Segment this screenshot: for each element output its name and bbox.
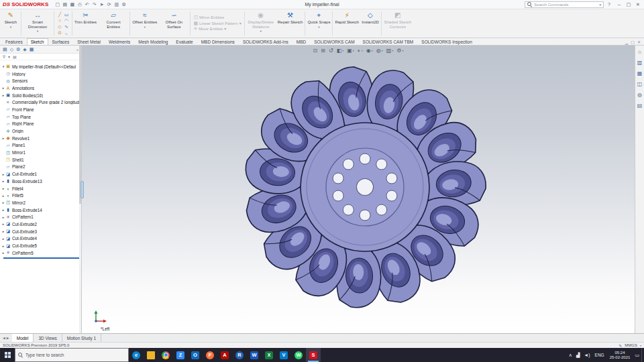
section-view-dropdown-icon[interactable]: ▾ — [342, 49, 343, 52]
feature-tree-item-fillet5[interactable]: ▸◖Fillet5 — [0, 192, 81, 199]
tab-solidworks-cam-tbm[interactable]: SOLIDWORKS CAM TBM — [359, 38, 418, 45]
offset-on-surface-button[interactable]: ∽ Offset On Surface — [158, 10, 189, 37]
tab-sketch[interactable]: Sketch — [27, 38, 48, 45]
move-entities-dropdown-icon[interactable]: ▾ — [224, 27, 226, 32]
feature-tree-item-my-impeller-final-default-defaul[interactable]: ▾▣My impeller-final (Default<<Defaul — [0, 63, 81, 70]
feature-tree-item-cirpattern5[interactable]: ▸✳CirPattern5 — [0, 249, 81, 257]
excel-taskbar-button[interactable]: X — [262, 348, 276, 362]
close-button[interactable]: ✕ — [633, 1, 643, 9]
sketch-dropdown-icon[interactable]: ▼ — [9, 25, 12, 29]
network-icon[interactable]: ▟ — [574, 353, 582, 358]
propertymanager-tab-icon[interactable]: ◇ — [10, 47, 13, 52]
corner-rectangle-tool-icon[interactable]: ▭ — [63, 11, 70, 17]
select-icon[interactable]: ➤ — [99, 1, 105, 8]
taskbar-clock[interactable]: 05:24 25-02-2021 — [607, 351, 633, 360]
file-explorer-taskbar-button[interactable] — [144, 348, 158, 362]
shaded-sketch-contours-button[interactable]: ◩ Shaded Sketch Contours — [382, 10, 413, 37]
display-delete-dropdown-icon[interactable]: ▼ — [260, 29, 262, 33]
featuremanager-tab-icon[interactable]: ▤ — [3, 47, 7, 52]
action-center-icon[interactable]: ▭ — [633, 353, 641, 358]
solidworks-taskbar-button[interactable]: S — [306, 348, 321, 362]
offset-entities-button[interactable]: ≈ Offset Entities ▼ — [131, 10, 158, 37]
graphics-viewport[interactable]: ⊡⊞↺◧▾▣▾◐▾◉▾◍▾▨▾⚙▾ *Left — [82, 46, 635, 333]
feature-tree-item-cut-extrude1[interactable]: ▸◪Cut-Extrude1 — [0, 170, 81, 178]
undo-icon[interactable]: ↶ — [84, 1, 90, 8]
options-icon[interactable]: ⚙ — [121, 1, 127, 8]
configurationmanager-tab-icon[interactable]: ⚙ — [16, 47, 20, 52]
whatsapp-taskbar-button[interactable]: W — [291, 348, 306, 362]
polygon-tool-icon[interactable]: ◇ — [56, 23, 63, 29]
sketch-fillet-tool-icon[interactable]: ◟ — [63, 29, 70, 36]
redo-icon[interactable]: ↷ — [91, 1, 97, 8]
save-icon[interactable]: ▦ — [69, 1, 75, 8]
feature-tree-item-fillet4[interactable]: ▸◖Fillet4 — [0, 185, 81, 192]
spline-tool-icon[interactable]: ∿ — [63, 23, 70, 29]
impeller-drawing[interactable] — [231, 53, 499, 321]
outlook-taskbar-button[interactable]: O — [188, 348, 203, 362]
offset-entities-dropdown-icon[interactable]: ▼ — [144, 25, 146, 29]
hide-show-items-dropdown-icon[interactable]: ▾ — [372, 49, 373, 52]
display-style-dropdown-icon[interactable]: ▾ — [362, 49, 363, 52]
rstudio-taskbar-button[interactable]: R — [232, 348, 247, 362]
vscode-taskbar-button[interactable]: V — [276, 348, 291, 362]
feature-tree-item-shell1[interactable]: ◳Shell1 — [0, 156, 81, 164]
tab-model[interactable]: Model — [12, 334, 34, 342]
feature-tree-item-plane2[interactable]: ▱Plane2 — [0, 164, 81, 171]
feature-tree-item-annotations[interactable]: ▸AAnnotations — [0, 84, 81, 92]
feature-tree-item-mirror1[interactable]: ◫Mirror1 — [0, 149, 81, 156]
feature-tree-item-solid-bodies-16[interactable]: ▸▣Solid Bodies(16) — [0, 92, 81, 99]
doc-restore-button[interactable]: ▢ — [631, 40, 635, 44]
file-explorer-pane-icon[interactable]: ▦ — [637, 70, 643, 76]
feature-tree-item-revolve1[interactable]: ▸◉Revolve1 — [0, 135, 81, 142]
feature-tree-item-sensors[interactable]: ◎Sensors — [0, 77, 81, 84]
feature-tree-item-cut-extrude2[interactable]: ▸◪Cut-Extrude2 — [0, 221, 81, 228]
centerpoint-arc-tool-icon[interactable]: ◠ — [63, 17, 70, 23]
units-badge[interactable]: MMGS — [625, 343, 637, 347]
show-desktop-button[interactable] — [641, 348, 644, 362]
feature-tree-item-mirror2[interactable]: ▸◫Mirror2 — [0, 199, 81, 206]
panel-flyout-icon[interactable]: » — [76, 48, 78, 52]
tab-weldments[interactable]: Weldments — [105, 38, 134, 45]
view-orientation-dropdown-icon[interactable]: ▾ — [353, 49, 354, 52]
zoom-taskbar-button[interactable]: Z — [173, 348, 188, 362]
open-file-icon[interactable]: ▤ — [62, 1, 68, 8]
view-settings-dropdown-icon[interactable]: ▾ — [402, 49, 403, 52]
chrome-taskbar-button[interactable] — [158, 348, 173, 362]
instant2d-button[interactable]: ◇ Instant2D — [360, 10, 380, 37]
feature-tree-item-plane1[interactable]: ▱Plane1 — [0, 142, 81, 149]
feature-tree-item-front-plane[interactable]: ▱Front Plane — [0, 106, 81, 113]
minimize-button[interactable]: – — [614, 1, 624, 9]
tab-features[interactable]: Features — [1, 38, 27, 45]
tab-solidworks-inspection[interactable]: SOLIDWORKS Inspection — [417, 38, 476, 45]
feature-tree-item-cirpattern1[interactable]: ▸✳CirPattern1 — [0, 213, 81, 221]
rebuild-icon[interactable]: ⟳ — [106, 1, 112, 8]
tab-sheet-metal[interactable]: Sheet Metal — [73, 38, 105, 45]
feature-tree-item-top-plane[interactable]: ▱Top Plane — [0, 113, 81, 121]
smart-dimension-button[interactable]: ↔ Smart Dimension ▼ — [22, 10, 53, 37]
feature-tree-item-boss-extrude14[interactable]: ▸▮Boss-Extrude14 — [0, 206, 81, 214]
print-icon[interactable]: ⎙ — [76, 1, 83, 8]
tab-motion-study-1[interactable]: Motion Study 1 — [62, 334, 101, 342]
filter-dropdown-icon[interactable]: ▾ — [8, 54, 10, 59]
maximize-button[interactable]: ▢ — [624, 1, 633, 9]
feature-tree-item-history[interactable]: ◷History — [0, 70, 81, 78]
tab-surfaces[interactable]: Surfaces — [48, 38, 74, 45]
new-file-icon[interactable]: ▢ — [54, 1, 60, 8]
feature-tree-item-right-plane[interactable]: ▱Right Plane — [0, 121, 81, 128]
filter-icon[interactable]: ∇ — [3, 54, 5, 59]
command-search-input[interactable]: Search Commands ▾ — [525, 1, 604, 8]
language-indicator[interactable]: ENG — [592, 353, 607, 357]
solidworks-resources-icon[interactable]: ⌂ — [638, 49, 641, 55]
start-button[interactable] — [0, 348, 15, 362]
quick-snaps-dropdown-icon[interactable]: ▼ — [317, 25, 320, 29]
tab-nav-right-icon[interactable]: ▶ — [7, 336, 9, 340]
word-taskbar-button[interactable]: W — [247, 348, 262, 362]
mirror-entities-button[interactable]: ◫ Mirror Entities — [193, 15, 241, 20]
tree-display-icon[interactable]: ▤ — [13, 54, 17, 59]
volume-icon[interactable]: ◄) — [582, 353, 592, 357]
feature-tree-item-cut-extrude4[interactable]: ▸◪Cut-Extrude4 — [0, 235, 81, 243]
custom-properties-icon[interactable]: ▤ — [637, 103, 643, 109]
rollback-bar[interactable] — [3, 257, 79, 259]
edit-appearance-dropdown-icon[interactable]: ▾ — [382, 49, 383, 52]
design-library-icon[interactable]: ▥ — [637, 60, 643, 66]
